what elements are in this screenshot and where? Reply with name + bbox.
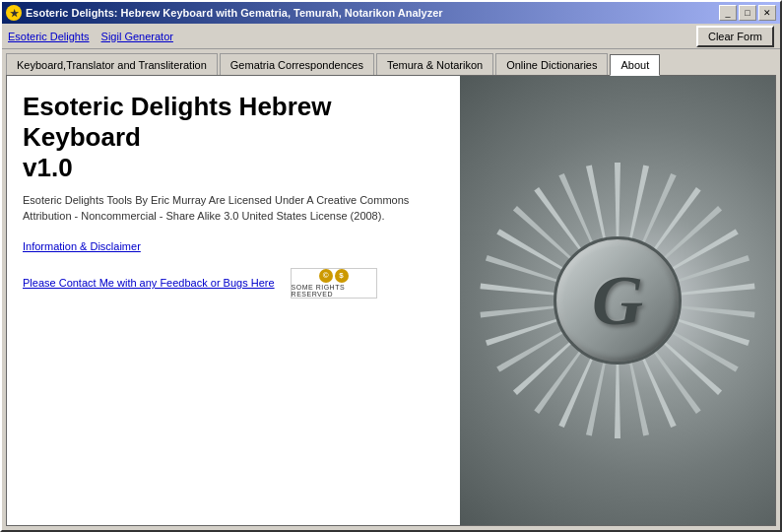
tab-dictionaries[interactable]: Online Dictionaries xyxy=(495,53,608,75)
tab-temura[interactable]: Temura & Notarikon xyxy=(376,53,493,75)
license-text: Esoteric Delights Tools By Eric Murray A… xyxy=(23,192,444,225)
about-panel: Esoteric Delights Hebrew Keyboard v1.0 E… xyxy=(7,76,460,525)
main-content: Esoteric Delights Hebrew Keyboard v1.0 E… xyxy=(6,75,776,526)
gear-center: G xyxy=(554,236,682,365)
maximize-button[interactable]: □ xyxy=(739,5,756,21)
clear-form-button[interactable]: Clear Form xyxy=(696,26,774,47)
gear-letter: G xyxy=(592,260,643,342)
gear-background: G xyxy=(460,76,775,525)
nc-icon: $ xyxy=(335,269,349,283)
close-button[interactable]: ✕ xyxy=(758,5,776,21)
app-icon: ★ xyxy=(6,5,22,21)
tab-keyboard[interactable]: Keyboard,Translator and Transliteration xyxy=(6,53,218,75)
menu-links: Esoteric Delights Sigil Generator xyxy=(8,31,696,42)
minimize-button[interactable]: _ xyxy=(719,5,737,21)
application-window: ★ Esoteric Delights: Hebrew Keyboard wit… xyxy=(0,0,782,532)
cc-badge-text: SOME RIGHTS RESERVED xyxy=(292,284,376,298)
esoteric-delights-link[interactable]: Esoteric Delights xyxy=(8,31,90,42)
creative-commons-badge: © $ SOME RIGHTS RESERVED xyxy=(291,268,377,299)
cc-icon: © xyxy=(319,269,333,283)
menu-bar: Esoteric Delights Sigil Generator Clear … xyxy=(2,24,780,49)
feedback-link[interactable]: Please Contact Me with any Feedback or B… xyxy=(23,277,275,289)
window-controls: _ □ ✕ xyxy=(719,5,776,21)
feedback-row: Please Contact Me with any Feedback or B… xyxy=(23,268,444,299)
info-disclaimer-link[interactable]: Information & Disclaimer xyxy=(23,240,444,252)
tab-about[interactable]: About xyxy=(610,54,660,76)
title-bar: ★ Esoteric Delights: Hebrew Keyboard wit… xyxy=(2,2,780,24)
decorative-image: G xyxy=(460,76,775,525)
tabs-bar: Keyboard,Translator and Transliteration … xyxy=(2,49,780,75)
tab-gematria[interactable]: Gematria Correspondences xyxy=(220,53,374,75)
sigil-generator-link[interactable]: Sigil Generator xyxy=(101,31,173,42)
app-title: Esoteric Delights Hebrew Keyboard v1.0 xyxy=(23,92,444,184)
window-title: Esoteric Delights: Hebrew Keyboard with … xyxy=(26,7,719,19)
